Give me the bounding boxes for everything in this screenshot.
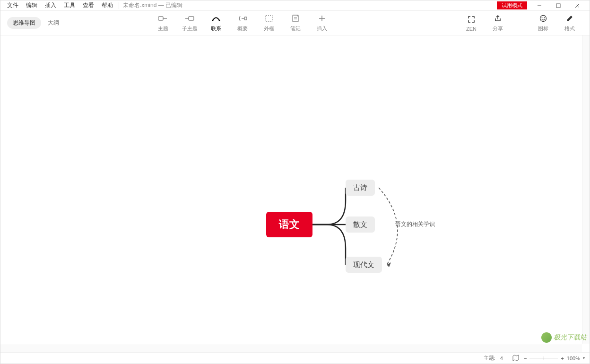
subtopic-1[interactable]: 古诗 bbox=[346, 180, 375, 196]
tool-boundary-label: 外框 bbox=[264, 25, 274, 32]
tool-subtopic[interactable]: 子主题 bbox=[176, 14, 203, 32]
svg-rect-1 bbox=[556, 4, 560, 8]
watermark-text: 极光下载站 bbox=[554, 333, 587, 342]
tool-note[interactable]: 笔记 bbox=[282, 14, 309, 32]
svg-point-18 bbox=[540, 16, 547, 22]
status-topic-label: 主题: bbox=[484, 355, 495, 362]
zoom-control: − + 100% ▾ bbox=[524, 355, 585, 361]
relationship-label[interactable]: 语文的相关学识 bbox=[395, 220, 435, 228]
svg-rect-7 bbox=[189, 17, 194, 20]
tool-format-label: 格式 bbox=[564, 25, 575, 32]
tool-topic-label: 主题 bbox=[158, 25, 168, 32]
menu-help[interactable]: 帮助 bbox=[98, 1, 117, 9]
menu-file[interactable]: 文件 bbox=[3, 1, 22, 9]
svg-point-20 bbox=[544, 17, 545, 18]
boundary-icon bbox=[264, 14, 274, 23]
menu-edit[interactable]: 编辑 bbox=[22, 1, 41, 9]
share-icon bbox=[493, 14, 503, 23]
status-topic-count: 4 bbox=[500, 355, 503, 361]
tool-insert-label: 插入 bbox=[317, 25, 327, 32]
toolbar-right-group: ZEN 分享 图标 格式 bbox=[458, 14, 590, 32]
insert-icon bbox=[317, 14, 327, 23]
topic-icon bbox=[158, 14, 168, 23]
tool-summary-label: 概要 bbox=[237, 25, 248, 32]
tool-icons[interactable]: 图标 bbox=[530, 14, 556, 32]
svg-rect-11 bbox=[244, 17, 247, 20]
tool-relationship-label: 联系 bbox=[211, 25, 221, 32]
menu-view[interactable]: 查看 bbox=[79, 1, 98, 9]
vertical-scrollbar[interactable] bbox=[582, 35, 590, 344]
summary-icon bbox=[238, 14, 247, 23]
tool-subtopic-label: 子主题 bbox=[182, 25, 198, 32]
view-mindmap-tab[interactable]: 思维导图 bbox=[7, 17, 41, 29]
zoom-dropdown-icon[interactable]: ▾ bbox=[583, 356, 585, 360]
svg-point-8 bbox=[212, 20, 214, 21]
tool-topic[interactable]: 主题 bbox=[150, 14, 176, 32]
toolbar: 思维导图 大纲 主题 子主题 联系 概要 外框 bbox=[0, 11, 590, 35]
tool-zen[interactable]: ZEN bbox=[458, 15, 485, 32]
format-icon bbox=[565, 14, 574, 23]
menu-insert[interactable]: 插入 bbox=[41, 1, 60, 9]
tool-share-label: 分享 bbox=[493, 25, 503, 32]
mindmap-connectors bbox=[0, 35, 590, 352]
window-minimize-button[interactable] bbox=[530, 1, 549, 10]
smiley-icon bbox=[538, 14, 548, 23]
svg-point-9 bbox=[219, 20, 220, 21]
menu-divider bbox=[119, 2, 119, 9]
watermark-globe-icon bbox=[541, 332, 552, 343]
document-title: 未命名.xmind — 已编辑 bbox=[121, 1, 182, 9]
zoom-slider[interactable] bbox=[529, 358, 558, 358]
tool-format[interactable]: 格式 bbox=[556, 14, 583, 32]
tool-relationship[interactable]: 联系 bbox=[203, 14, 229, 32]
tool-zen-label: ZEN bbox=[466, 26, 477, 32]
zen-icon bbox=[467, 15, 476, 24]
zoom-out-button[interactable]: − bbox=[524, 355, 527, 361]
note-icon bbox=[291, 14, 300, 23]
map-overview-icon[interactable] bbox=[512, 355, 519, 362]
tool-note-label: 笔记 bbox=[290, 25, 301, 32]
watermark: 极光下载站 bbox=[541, 332, 587, 343]
svg-point-19 bbox=[542, 17, 543, 18]
tool-insert[interactable]: 插入 bbox=[309, 14, 335, 32]
app-window: 文件 编辑 插入 工具 查看 帮助 未命名.xmind — 已编辑 试用模式 思… bbox=[0, 0, 590, 364]
statusbar: 主题: 4 − + 100% ▾ bbox=[0, 352, 590, 364]
central-topic[interactable]: 语文 bbox=[266, 212, 312, 237]
relationship-icon bbox=[211, 14, 221, 23]
menu-tools[interactable]: 工具 bbox=[60, 1, 79, 9]
window-maximize-button[interactable] bbox=[549, 1, 568, 10]
canvas[interactable]: 语文 古诗 散文 现代文 语文的相关学识 极光下载站 bbox=[0, 35, 590, 352]
svg-rect-4 bbox=[158, 17, 163, 20]
subtopic-2[interactable]: 散文 bbox=[346, 217, 375, 233]
tool-icons-label: 图标 bbox=[538, 25, 548, 32]
menubar: 文件 编辑 插入 工具 查看 帮助 未命名.xmind — 已编辑 试用模式 bbox=[0, 0, 590, 11]
trial-mode-badge[interactable]: 试用模式 bbox=[497, 1, 527, 9]
zoom-in-button[interactable]: + bbox=[561, 355, 564, 361]
subtopic-icon bbox=[185, 14, 194, 23]
toolbar-main-group: 主题 子主题 联系 概要 外框 笔记 bbox=[150, 14, 335, 32]
horizontal-scrollbar[interactable] bbox=[0, 345, 582, 352]
svg-rect-12 bbox=[265, 16, 273, 21]
zoom-level[interactable]: 100% bbox=[567, 355, 580, 361]
view-switch: 思维导图 大纲 bbox=[7, 17, 65, 29]
tool-share[interactable]: 分享 bbox=[485, 14, 511, 32]
subtopic-3[interactable]: 现代文 bbox=[346, 257, 382, 273]
window-close-button[interactable] bbox=[568, 1, 587, 10]
tool-boundary[interactable]: 外框 bbox=[256, 14, 282, 32]
tool-summary[interactable]: 概要 bbox=[229, 14, 256, 32]
view-outline-tab[interactable]: 大纲 bbox=[42, 17, 65, 29]
